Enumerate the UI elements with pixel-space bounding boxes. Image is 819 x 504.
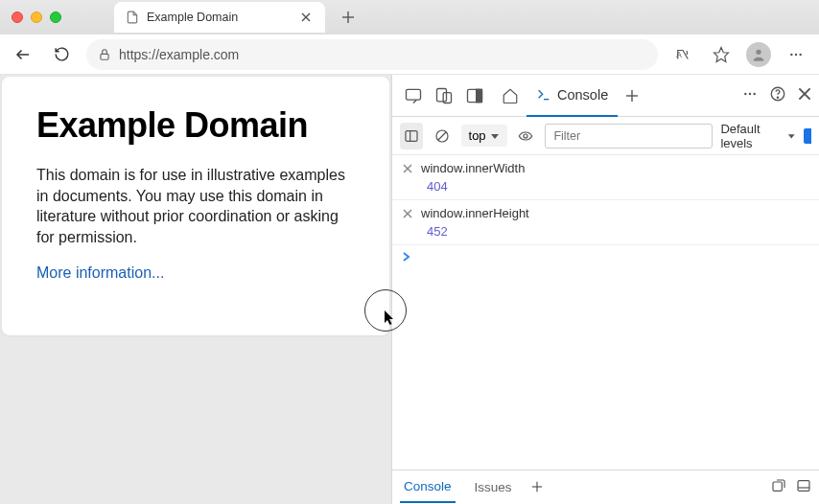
console-entry: window.innerWidth 404 (392, 155, 819, 200)
reload-button[interactable] (48, 41, 75, 68)
drawer-console-tab[interactable]: Console (400, 471, 456, 503)
execution-context-label: top (469, 128, 486, 143)
log-levels-selector[interactable]: Default levels (720, 122, 795, 150)
read-aloud-button[interactable]: A (669, 41, 696, 68)
svg-point-20 (744, 92, 746, 94)
delete-entry-button[interactable] (402, 163, 413, 174)
svg-rect-41 (798, 480, 809, 491)
console-toolbar: top Default levels (392, 117, 819, 155)
console-prompt[interactable] (392, 245, 819, 271)
traffic-lights (12, 11, 61, 23)
more-information-link[interactable]: More information... (36, 264, 164, 281)
new-tab-button[interactable] (335, 4, 362, 31)
back-button[interactable] (10, 41, 36, 68)
svg-line-30 (438, 132, 446, 140)
execution-context-selector[interactable]: top (461, 125, 507, 147)
svg-point-11 (799, 53, 801, 55)
welcome-tab[interactable] (498, 80, 523, 111)
issues-indicator-icon[interactable] (804, 128, 811, 144)
console-tab[interactable]: Console (526, 75, 618, 117)
svg-point-8 (756, 49, 760, 54)
svg-rect-5 (101, 54, 108, 59)
favorite-button[interactable] (708, 41, 735, 68)
chevron-right-icon (402, 251, 411, 265)
delete-entry-button[interactable] (402, 208, 413, 219)
devtools-settings-button[interactable] (742, 86, 758, 105)
window-close-button[interactable] (12, 11, 23, 23)
log-levels-label: Default levels (720, 122, 784, 150)
svg-rect-40 (773, 482, 782, 491)
more-menu-button[interactable] (783, 41, 809, 68)
console-output-value: 404 (402, 179, 809, 194)
console-output-value: 452 (402, 224, 809, 239)
svg-marker-7 (714, 47, 729, 61)
devtools-drawer: Console Issues (392, 470, 819, 504)
window-titlebar: Example Domain (0, 0, 819, 34)
browser-tab[interactable]: Example Domain (114, 2, 325, 33)
svg-point-32 (524, 134, 527, 138)
page-viewport: Example Domain This domain is for use in… (0, 75, 391, 504)
window-minimize-button[interactable] (31, 11, 42, 23)
svg-rect-13 (437, 88, 447, 101)
svg-point-24 (777, 97, 778, 98)
svg-text:A: A (676, 51, 682, 59)
devtools-panel: Console (391, 75, 819, 504)
tab-close-button[interactable] (298, 10, 314, 25)
svg-point-10 (795, 53, 797, 55)
svg-marker-31 (491, 134, 499, 139)
svg-marker-33 (788, 134, 795, 138)
window-maximize-button[interactable] (50, 11, 61, 23)
devtools-help-button[interactable] (769, 85, 786, 106)
svg-point-22 (753, 92, 755, 94)
toggle-sidebar-button[interactable] (400, 123, 423, 149)
live-expression-button[interactable] (515, 123, 538, 149)
svg-point-9 (790, 53, 792, 55)
devtools-header: Console (392, 75, 819, 117)
page-body-text: This domain is for use in illustrative e… (36, 165, 355, 247)
page-favicon-icon (126, 11, 139, 24)
address-bar[interactable]: https://example.com (86, 39, 658, 70)
lock-icon (98, 48, 111, 61)
inspect-element-button[interactable] (400, 80, 427, 111)
drawer-collapse-button[interactable] (796, 478, 811, 497)
device-emulation-button[interactable] (431, 80, 457, 111)
drawer-expand-button[interactable] (771, 478, 786, 497)
dock-side-button[interactable] (461, 80, 488, 111)
address-url: https://example.com (119, 47, 239, 62)
svg-point-21 (749, 92, 751, 94)
console-input-code: window.innerHeight (421, 206, 529, 220)
browser-toolbar: https://example.com A (0, 34, 819, 75)
drawer-add-tab-button[interactable] (531, 479, 543, 496)
svg-rect-16 (477, 89, 482, 102)
filter-input[interactable] (545, 124, 713, 149)
console-entry: window.innerHeight 452 (392, 200, 819, 245)
more-tabs-button[interactable] (621, 80, 643, 111)
console-output: window.innerWidth 404 window.innerHeight… (392, 155, 819, 470)
svg-rect-27 (406, 130, 417, 141)
tab-title: Example Domain (147, 11, 291, 24)
console-tab-label: Console (557, 87, 608, 103)
profile-avatar[interactable] (746, 42, 771, 67)
devtools-close-button[interactable] (798, 87, 811, 104)
drawer-issues-tab[interactable]: Issues (471, 472, 516, 502)
clear-console-button[interactable] (431, 123, 454, 149)
console-input-code: window.innerWidth (421, 161, 525, 175)
svg-rect-12 (407, 89, 421, 100)
page-heading: Example Domain (36, 105, 355, 146)
